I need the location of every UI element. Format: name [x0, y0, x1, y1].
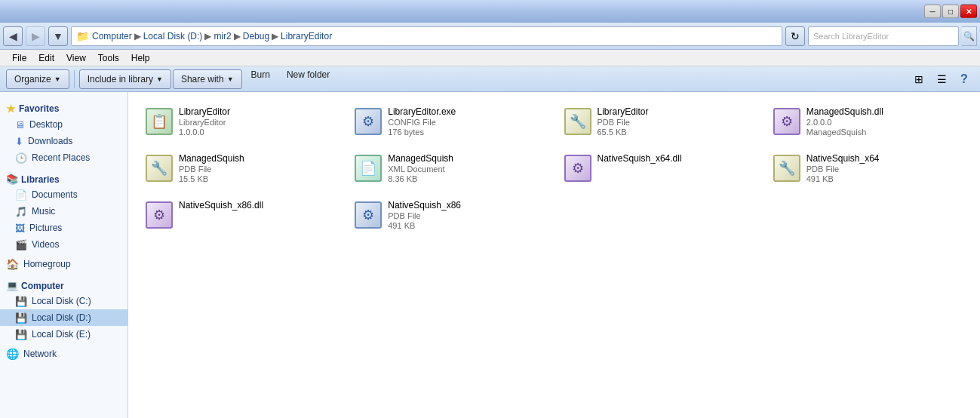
breadcrumb[interactable]: 📁 Computer ▶ Local Disk (D:) ▶ mir2 ▶ De…: [71, 26, 782, 46]
breadcrumb-localdisk[interactable]: Local Disk (D:): [143, 31, 203, 41]
file-size: 491 KB: [388, 221, 461, 230]
title-bar: ─ □ ✕: [0, 0, 980, 23]
file-icon-cfg: ⚙: [353, 200, 383, 230]
search-input[interactable]: Search LibraryEditor: [808, 26, 959, 46]
sidebar-disk-c-label: Local Disk (C:): [32, 296, 91, 306]
file-item[interactable]: ⚙ NativeSquish_x86 PDB File 491 KB: [346, 195, 552, 238]
file-item[interactable]: 📋 LibraryEditor LibraryEditor 1.0.0.0: [137, 101, 343, 145]
organize-label: Organize: [14, 74, 51, 85]
file-icon-pdb: 🔧: [772, 153, 802, 183]
file-item[interactable]: ⚙ ManagedSquish.dll 2.0.0.0 ManagedSquis…: [765, 101, 971, 145]
sidebar-item-network[interactable]: 🌐 Network: [0, 346, 127, 362]
file-type: PDB File: [179, 164, 244, 174]
share-with-button[interactable]: Share with ▼: [173, 69, 242, 89]
minimize-button[interactable]: ─: [924, 5, 941, 18]
file-type: PDB File: [388, 211, 461, 220]
file-type: CONFIG File: [388, 118, 456, 127]
file-info: NativeSquish_x86.dll: [179, 200, 263, 211]
back-button[interactable]: ◀: [3, 26, 23, 46]
file-name: NativeSquish_x64: [806, 153, 880, 164]
sidebar-item-music[interactable]: 🎵 Music: [0, 203, 127, 220]
menu-help[interactable]: Help: [125, 51, 156, 65]
sidebar-item-pictures[interactable]: 🖼 Pictures: [0, 220, 127, 236]
file-icon-cfg: ⚙: [353, 106, 383, 137]
file-name: NativeSquish_x86.dll: [179, 200, 263, 211]
file-icon-xml: 📄: [353, 153, 383, 183]
sidebar-item-desktop[interactable]: 🖥 Desktop: [0, 116, 127, 133]
file-size: 8.36 KB: [388, 174, 453, 183]
menu-tools[interactable]: Tools: [92, 51, 125, 65]
sidebar-section-homegroup: 🏠 Homegroup: [0, 256, 127, 272]
sidebar-section-libraries: 📚 Libraries 📄 Documents 🎵 Music 🖼 Pictur…: [0, 169, 127, 253]
file-icon-dll: ⚙: [563, 153, 593, 183]
sidebar-item-local-disk-d[interactable]: 💾 Local Disk (D:): [0, 309, 127, 326]
libraries-icon: 📚: [6, 174, 18, 185]
sidebar-item-recent-places[interactable]: 🕒 Recent Places: [0, 149, 127, 166]
sidebar-item-local-disk-c[interactable]: 💾 Local Disk (C:): [0, 293, 127, 309]
disk-c-icon: 💾: [15, 296, 27, 307]
file-type: XML Document: [388, 164, 453, 174]
sidebar-disk-e-label: Local Disk (E:): [32, 329, 91, 340]
content-area: 📋 LibraryEditor LibraryEditor 1.0.0.0 ⚙ …: [128, 92, 980, 418]
sidebar-libraries-label: Libraries: [21, 174, 60, 185]
file-name: LibraryEditor.exe: [388, 106, 456, 117]
file-version: 1.0.0.0: [179, 128, 230, 137]
file-icon-pdb: 🔧: [144, 153, 174, 183]
breadcrumb-mir2[interactable]: mir2: [214, 31, 231, 41]
help-button[interactable]: ?: [954, 69, 974, 89]
refresh-button[interactable]: ↻: [785, 26, 805, 46]
sidebar-item-local-disk-e[interactable]: 💾 Local Disk (E:): [0, 326, 127, 343]
include-library-button[interactable]: Include in library ▼: [79, 69, 171, 89]
file-name: NativeSquish_x86: [388, 200, 461, 211]
file-info: NativeSquish_x64.dll: [598, 153, 682, 164]
forward-button[interactable]: ▶: [26, 26, 45, 46]
file-item[interactable]: 📄 ManagedSquish XML Document 8.36 KB: [346, 148, 552, 192]
sidebar: ★ Favorites 🖥 Desktop ⬇ Downloads 🕒 Rece…: [0, 92, 128, 418]
file-type: LibraryEditor: [179, 118, 230, 127]
sidebar-recent-label: Recent Places: [32, 152, 90, 163]
toolbar: Organize ▼ Include in library ▼ Share wi…: [0, 66, 980, 92]
file-item[interactable]: ⚙ NativeSquish_x86.dll: [137, 195, 343, 238]
search-button[interactable]: 🔍: [962, 26, 977, 46]
breadcrumb-computer[interactable]: Computer: [92, 31, 132, 41]
sidebar-item-documents[interactable]: 📄 Documents: [0, 186, 127, 203]
recent-places-icon: 🕒: [15, 152, 27, 164]
sidebar-favorites-label: Favorites: [19, 103, 59, 114]
sidebar-item-videos[interactable]: 🎬 Videos: [0, 236, 127, 253]
menu-edit[interactable]: Edit: [32, 51, 60, 65]
include-chevron-icon: ▼: [156, 75, 163, 83]
view-list-button[interactable]: ☰: [932, 69, 951, 89]
new-folder-button[interactable]: New folder: [279, 69, 337, 89]
file-item[interactable]: ⚙ NativeSquish_x64.dll: [556, 148, 762, 192]
sidebar-item-homegroup[interactable]: 🏠 Homegroup: [0, 256, 127, 272]
view-toggle-button[interactable]: ⊞: [909, 69, 929, 89]
burn-button[interactable]: Burn: [244, 69, 278, 89]
toolbar-separator-1: [74, 70, 75, 88]
file-info: LibraryEditor PDB File 65.5 KB: [598, 106, 649, 137]
file-icon-exe: 📋: [144, 106, 174, 137]
maximize-button[interactable]: □: [942, 5, 959, 18]
file-item[interactable]: 🔧 ManagedSquish PDB File 15.5 KB: [137, 148, 343, 192]
close-button[interactable]: ✕: [960, 5, 977, 18]
menu-file[interactable]: File: [6, 51, 32, 65]
sidebar-item-downloads[interactable]: ⬇ Downloads: [0, 133, 127, 149]
file-item[interactable]: ⚙ LibraryEditor.exe CONFIG File 176 byte…: [346, 101, 552, 145]
file-name: LibraryEditor: [598, 106, 649, 117]
dropdown-button[interactable]: ▼: [48, 26, 68, 46]
menu-view[interactable]: View: [60, 51, 92, 65]
breadcrumb-debug[interactable]: Debug: [243, 31, 269, 41]
sidebar-videos-label: Videos: [32, 239, 59, 250]
breadcrumb-libraryeditor[interactable]: LibraryEditor: [281, 31, 332, 41]
file-name: ManagedSquish.dll: [806, 106, 883, 117]
sidebar-network-label: Network: [23, 349, 57, 359]
file-item[interactable]: 🔧 LibraryEditor PDB File 65.5 KB: [556, 101, 762, 145]
file-grid: 📋 LibraryEditor LibraryEditor 1.0.0.0 ⚙ …: [137, 101, 971, 238]
downloads-icon: ⬇: [15, 136, 23, 147]
music-icon: 🎵: [15, 206, 27, 217]
search-placeholder: Search LibraryEditor: [813, 32, 889, 41]
file-size: 15.5 KB: [179, 174, 244, 183]
organize-button[interactable]: Organize ▼: [6, 69, 69, 89]
sidebar-documents-label: Documents: [32, 189, 78, 200]
file-item[interactable]: 🔧 NativeSquish_x64 PDB File 491 KB: [765, 148, 971, 192]
disk-e-icon: 💾: [15, 329, 27, 340]
